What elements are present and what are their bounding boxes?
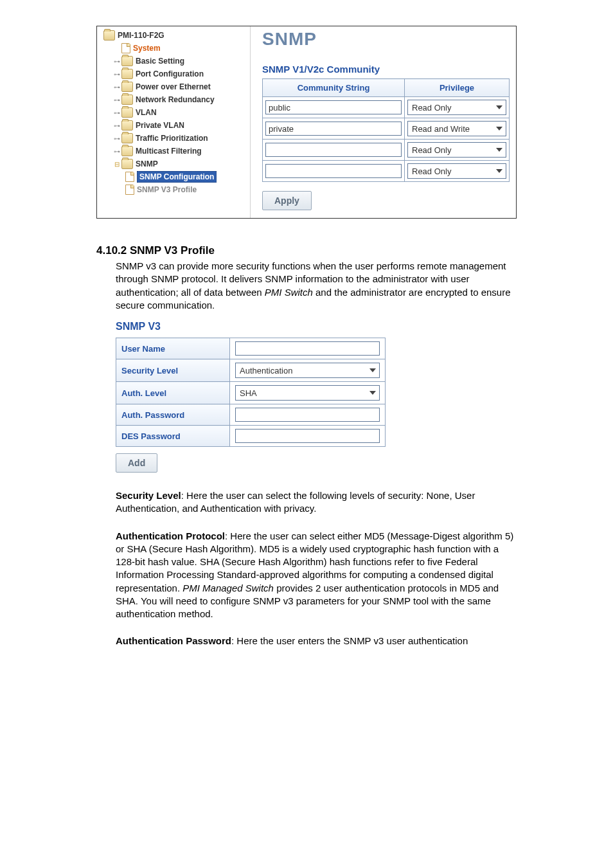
collapse-icon[interactable]: ⊟ bbox=[114, 161, 120, 168]
snmp-v3-title: SNMP V3 bbox=[116, 321, 517, 332]
auth-password-input[interactable] bbox=[235, 408, 380, 422]
lbl-auth-level: Auth. Level bbox=[116, 382, 230, 404]
apply-button[interactable]: Apply bbox=[262, 191, 312, 210]
nav-tree: PMI-110-F2G System ⊶ Basic Setting ⊶ Por… bbox=[97, 26, 250, 218]
table-row: Read and Write bbox=[263, 118, 510, 140]
community-input-1[interactable] bbox=[265, 122, 402, 136]
folder-icon bbox=[121, 69, 133, 79]
privilege-select-2[interactable]: Read Only bbox=[407, 142, 506, 158]
snmp-v3-screenshot: SNMP V3 User Name Security Level Authent… bbox=[116, 321, 517, 473]
tree-basic-setting[interactable]: ⊶ Basic Setting bbox=[100, 55, 247, 68]
chevron-down-icon bbox=[494, 123, 504, 134]
table-row: Read Only bbox=[263, 161, 510, 182]
folder-icon bbox=[103, 30, 115, 41]
paragraph-intro: SNMP v3 can provide more security functi… bbox=[116, 260, 517, 312]
add-button[interactable]: Add bbox=[116, 453, 157, 473]
privilege-select-0[interactable]: Read Only bbox=[407, 100, 506, 115]
page-icon bbox=[121, 43, 130, 53]
expand-icon[interactable]: ⊶ bbox=[114, 148, 120, 155]
page-title: SNMP bbox=[262, 29, 510, 50]
folder-icon bbox=[121, 95, 133, 105]
snmp-config-screenshot: PMI-110-F2G System ⊶ Basic Setting ⊶ Por… bbox=[96, 26, 517, 219]
page-icon bbox=[125, 185, 134, 195]
paragraph-auth-password: Authentication Password: Here the user e… bbox=[116, 635, 517, 647]
chevron-down-icon bbox=[494, 145, 504, 155]
folder-icon bbox=[121, 82, 133, 92]
community-input-3[interactable] bbox=[265, 164, 402, 178]
paragraph-auth-protocol: Authentication Protocol: Here the user c… bbox=[116, 530, 517, 621]
tree-private-vlan[interactable]: ⊶ Private VLAN bbox=[100, 119, 247, 132]
tree-snmp[interactable]: ⊟ SNMP bbox=[100, 158, 247, 170]
table-row: Read Only bbox=[263, 140, 510, 161]
privilege-select-3[interactable]: Read Only bbox=[407, 163, 506, 179]
expand-icon[interactable]: ⊶ bbox=[114, 96, 120, 104]
expand-icon[interactable]: ⊶ bbox=[114, 58, 120, 65]
folder-icon bbox=[121, 159, 133, 169]
folder-icon bbox=[121, 120, 133, 131]
community-input-0[interactable] bbox=[265, 100, 402, 114]
tree-poe[interactable]: ⊶ Power over Ethernet bbox=[100, 80, 247, 93]
lbl-des-password: DES Password bbox=[116, 426, 230, 447]
expand-icon[interactable]: ⊶ bbox=[114, 71, 120, 78]
table-row: Read Only bbox=[263, 97, 510, 118]
th-privilege: Privilege bbox=[405, 79, 510, 97]
expand-icon[interactable]: ⊶ bbox=[114, 135, 120, 142]
paragraph-security-level: Security Level: Here the user can select… bbox=[116, 489, 517, 516]
tree-multicast[interactable]: ⊶ Multicast Filtering bbox=[100, 145, 247, 158]
th-community: Community String bbox=[263, 79, 405, 97]
lbl-auth-password: Auth. Password bbox=[116, 404, 230, 426]
expand-icon[interactable]: ⊶ bbox=[114, 84, 120, 91]
page-icon bbox=[125, 172, 134, 182]
privilege-select-1[interactable]: Read and Write bbox=[407, 121, 506, 136]
auth-level-select[interactable]: SHA bbox=[235, 385, 380, 401]
tree-snmp-v3-profile[interactable]: SNMP V3 Profile bbox=[100, 183, 247, 196]
tree-vlan[interactable]: ⊶ VLAN bbox=[100, 106, 247, 119]
des-password-input[interactable] bbox=[235, 429, 380, 443]
folder-icon bbox=[121, 107, 133, 118]
snmp-panel: SNMP SNMP V1/V2c Community Community Str… bbox=[250, 26, 516, 218]
security-level-select[interactable]: Authentication bbox=[235, 363, 380, 378]
community-table: Community String Privilege Read Only Rea… bbox=[262, 78, 510, 182]
expand-icon[interactable]: ⊶ bbox=[114, 122, 120, 129]
chevron-down-icon bbox=[494, 102, 504, 113]
section-heading-4-10-2: 4.10.2 SNMP V3 Profile bbox=[96, 244, 517, 257]
chevron-down-icon bbox=[368, 388, 378, 398]
folder-icon bbox=[121, 133, 133, 143]
snmp-v3-table: User Name Security Level Authentication … bbox=[116, 338, 386, 447]
expand-icon[interactable]: ⊶ bbox=[114, 109, 120, 116]
tree-net-redundancy[interactable]: ⊶ Network Redundancy bbox=[100, 93, 247, 106]
chevron-down-icon bbox=[494, 166, 504, 176]
tree-port-config[interactable]: ⊶ Port Configuration bbox=[100, 68, 247, 80]
folder-icon bbox=[121, 56, 133, 66]
section-heading: SNMP V1/V2c Community bbox=[262, 64, 510, 75]
lbl-user-name: User Name bbox=[116, 338, 230, 359]
chevron-down-icon bbox=[368, 365, 378, 375]
tree-root[interactable]: PMI-110-F2G bbox=[100, 29, 247, 42]
tree-traffic-prio[interactable]: ⊶ Traffic Prioritization bbox=[100, 132, 247, 145]
community-input-2[interactable] bbox=[265, 143, 402, 157]
tree-snmp-config[interactable]: SNMP Configuration bbox=[100, 170, 247, 183]
folder-icon bbox=[121, 146, 133, 156]
user-name-input[interactable] bbox=[235, 341, 380, 356]
lbl-security-level: Security Level bbox=[116, 359, 230, 382]
tree-system[interactable]: System bbox=[100, 42, 247, 55]
